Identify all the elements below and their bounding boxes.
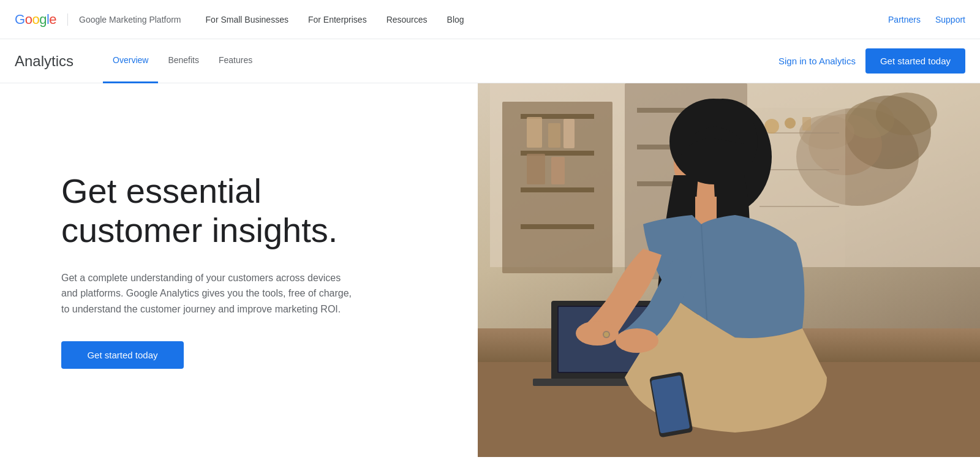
svg-rect-13	[564, 119, 575, 148]
partners-link[interactable]: Partners	[888, 15, 921, 25]
google-logo-link[interactable]: Google Google Marketing Platform	[15, 12, 181, 28]
get-started-hero-button[interactable]: Get started today	[61, 341, 184, 369]
secondary-nav-right: Sign in to Analytics Get started today	[778, 48, 965, 74]
secondary-nav-tabs: Overview Benefits Features	[103, 39, 778, 83]
svg-point-42	[604, 332, 609, 337]
top-navigation: Google Google Marketing Platform For Sma…	[0, 0, 980, 39]
tab-overview[interactable]: Overview	[103, 39, 158, 83]
nav-link-resources[interactable]: Resources	[386, 15, 428, 25]
hero-content: Get essential customer insights. Get a c…	[0, 83, 478, 457]
svg-point-27	[785, 118, 796, 129]
tab-benefits[interactable]: Benefits	[158, 39, 209, 83]
tab-features[interactable]: Features	[209, 39, 262, 83]
logo-separator	[67, 13, 68, 26]
nav-link-enterprises[interactable]: For Enterprises	[308, 15, 367, 25]
svg-rect-28	[802, 117, 811, 130]
svg-rect-5	[521, 187, 594, 192]
product-name: Google Marketing Platform	[79, 15, 181, 25]
google-logo: Google	[15, 12, 56, 28]
sign-in-analytics-link[interactable]: Sign in to Analytics	[778, 56, 856, 66]
nav-link-blog[interactable]: Blog	[447, 15, 464, 25]
svg-rect-24	[760, 169, 839, 170]
hero-description: Get a complete understanding of your cus…	[61, 270, 355, 317]
get-started-header-button[interactable]: Get started today	[865, 48, 965, 74]
hero-section: Get essential customer insights. Get a c…	[0, 83, 980, 457]
svg-rect-12	[548, 123, 560, 148]
nav-link-small-businesses[interactable]: For Small Businesses	[206, 15, 288, 25]
svg-rect-15	[551, 157, 565, 184]
svg-point-37	[669, 99, 758, 184]
svg-point-40	[616, 328, 658, 353]
svg-point-20	[876, 93, 937, 135]
top-nav-right: Partners Support	[888, 15, 965, 25]
svg-rect-11	[527, 117, 542, 148]
secondary-navigation: Analytics Overview Benefits Features Sig…	[0, 39, 980, 83]
svg-rect-6	[521, 224, 594, 229]
support-link[interactable]: Support	[935, 15, 965, 25]
svg-rect-25	[760, 206, 839, 207]
svg-point-39	[576, 321, 619, 346]
svg-rect-14	[527, 154, 545, 184]
top-nav-links: For Small Businesses For Enterprises Res…	[206, 15, 888, 25]
analytics-title: Analytics	[15, 53, 74, 70]
hero-title: Get essential customer insights.	[61, 172, 380, 251]
